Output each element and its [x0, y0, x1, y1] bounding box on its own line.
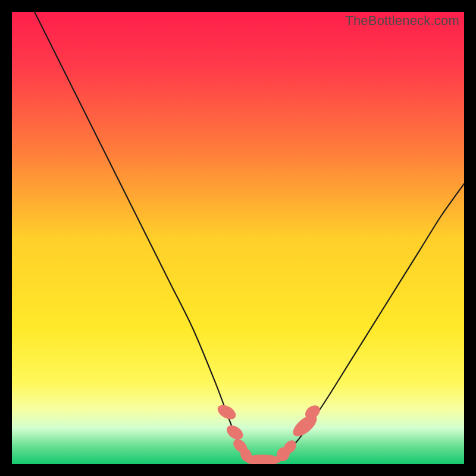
marker-group: [215, 402, 323, 464]
plot-area: TheBottleneck.com: [12, 12, 464, 464]
outer-frame: TheBottleneck.com: [0, 0, 476, 476]
bottleneck-curve: [35, 12, 464, 460]
curve-marker: [224, 422, 246, 443]
chart-svg: [12, 12, 464, 464]
curve-group: [35, 12, 464, 460]
curve-marker: [215, 402, 239, 422]
